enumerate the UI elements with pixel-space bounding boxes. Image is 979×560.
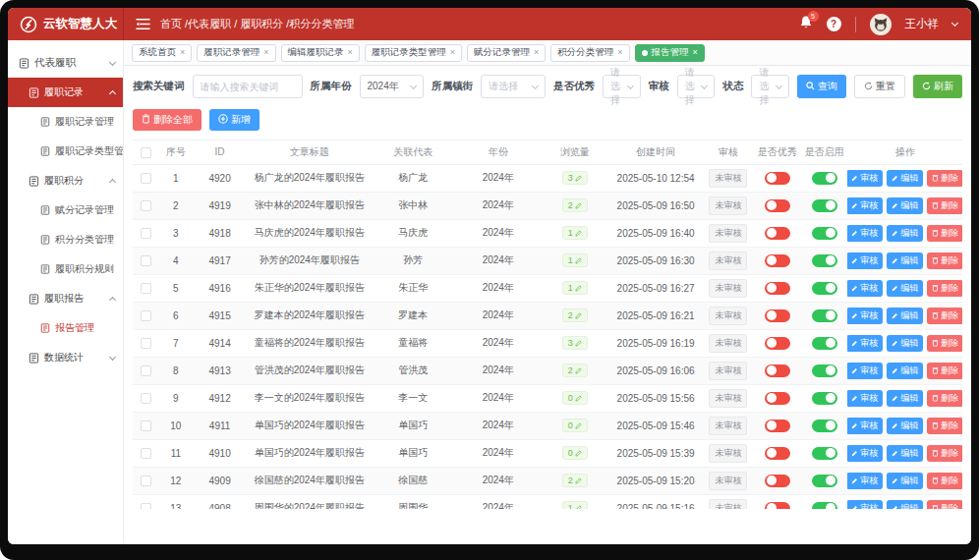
excellent-toggle[interactable] [765,199,790,212]
edit-button[interactable]: 编辑 [887,473,923,489]
enabled-toggle[interactable] [812,254,837,267]
views-badge[interactable]: 2 [562,474,588,487]
views-badge[interactable]: 2 [562,364,588,377]
edit-button[interactable]: 编辑 [887,418,923,434]
year-select[interactable]: 2024年 [360,75,425,98]
excellent-toggle[interactable] [765,254,790,267]
review-button[interactable]: 审核 [847,197,883,214]
views-badge[interactable]: 0 [562,391,588,405]
excellent-toggle[interactable] [765,364,790,377]
delete-button[interactable]: 删除 [927,225,962,242]
review-button[interactable]: 审核 [847,308,883,324]
excellent-toggle[interactable] [765,227,790,240]
row-checkbox[interactable] [141,503,151,509]
audit-select[interactable]: 请选择 [677,75,716,98]
sidebar-collapse-icon[interactable] [136,18,150,30]
edit-button[interactable]: 编辑 [887,197,923,214]
delete-button[interactable]: 删除 [927,197,962,214]
review-button[interactable]: 审核 [847,500,883,510]
tab-system-home[interactable]: 系统首页× [132,44,192,62]
tab-close-icon[interactable]: × [348,48,353,57]
enabled-toggle[interactable] [812,282,837,295]
row-checkbox[interactable] [141,255,151,266]
row-checkbox[interactable] [141,283,151,294]
review-button[interactable]: 审核 [847,280,883,297]
row-checkbox[interactable] [141,173,151,184]
edit-button[interactable]: 编辑 [887,445,923,462]
row-checkbox[interactable] [141,338,151,349]
notifications-button[interactable]: 5 [799,15,813,33]
excellent-toggle[interactable] [765,392,790,405]
review-button[interactable]: 审核 [847,473,883,489]
street-select[interactable]: 请选择 [481,75,546,98]
edit-button[interactable]: 编辑 [887,335,923,352]
review-button[interactable]: 审核 [847,363,883,379]
edit-button[interactable]: 编辑 [887,363,923,379]
sidebar-item-shuju-tongji[interactable]: 数据统计 [8,343,123,372]
row-checkbox[interactable] [141,448,151,459]
reset-button[interactable]: 重置 [854,75,905,98]
tab-close-icon[interactable]: × [693,48,698,57]
row-checkbox[interactable] [141,393,151,404]
status-select[interactable]: 请选择 [751,75,789,98]
enabled-toggle[interactable] [812,392,837,405]
excellent-select[interactable]: 请选择 [603,75,641,98]
enabled-toggle[interactable] [812,420,837,432]
delete-button[interactable]: 删除 [927,390,962,407]
sidebar-item-lvzhi-jilu-guanli[interactable]: 履职记录管理 [8,107,123,137]
edit-button[interactable]: 编辑 [887,225,923,242]
sidebar-item-jilu-leixing-guanli[interactable]: 履职记录类型管理 [8,137,123,166]
views-badge[interactable]: 0 [562,446,588,460]
sidebar-item-jifen-guize[interactable]: 履职积分规则 [8,254,123,284]
excellent-toggle[interactable] [765,337,790,350]
tab-record-edit[interactable]: 编辑履职记录× [281,44,360,62]
tab-close-icon[interactable]: × [617,48,622,57]
excellent-toggle[interactable] [765,420,790,432]
excellent-toggle[interactable] [765,502,790,510]
enabled-toggle[interactable] [812,447,837,460]
delete-button[interactable]: 删除 [927,308,962,324]
tab-close-icon[interactable]: × [180,48,185,57]
tab-report-manage[interactable]: 报告管理× [635,44,705,62]
delete-button[interactable]: 删除 [927,418,962,434]
row-checkbox[interactable] [141,310,151,321]
views-badge[interactable]: 1 [562,281,588,295]
user-menu-chevron-icon[interactable] [951,20,958,27]
review-button[interactable]: 审核 [847,418,883,434]
views-badge[interactable]: 0 [562,419,588,432]
help-icon[interactable]: ? [827,17,841,31]
sidebar-item-lvzhi-jilu[interactable]: 履职记录 [8,78,123,107]
delete-button[interactable]: 删除 [927,170,962,187]
delete-button[interactable]: 删除 [927,445,962,462]
sidebar-item-jifen-fenlei-guanli[interactable]: 积分分类管理 [8,225,123,254]
enabled-toggle[interactable] [812,309,837,322]
edit-button[interactable]: 编辑 [887,252,923,269]
sidebar-item-lvzhi-baogao[interactable]: 履职报告 [8,284,123,313]
tab-close-icon[interactable]: × [534,48,539,57]
excellent-toggle[interactable] [765,172,790,185]
views-badge[interactable]: 1 [562,226,588,240]
avatar[interactable] [870,14,892,35]
tab-score-record-manage[interactable]: 赋分记录管理× [467,44,546,62]
enabled-toggle[interactable] [812,172,837,185]
refresh-button[interactable]: 刷新 [913,75,962,98]
search-button[interactable]: 查询 [797,75,846,98]
sidebar-item-daibiao-lvzhi[interactable]: 代表履职 [8,48,123,78]
review-button[interactable]: 审核 [847,335,883,352]
enabled-toggle[interactable] [812,475,837,487]
enabled-toggle[interactable] [812,502,837,510]
review-button[interactable]: 审核 [847,225,883,242]
review-button[interactable]: 审核 [847,445,883,462]
enabled-toggle[interactable] [812,199,837,212]
excellent-toggle[interactable] [765,309,790,322]
delete-all-button[interactable]: 删除全部 [133,109,202,131]
views-badge[interactable]: 1 [562,501,588,509]
views-badge[interactable]: 1 [562,253,588,267]
tab-close-icon[interactable]: × [450,48,455,57]
tab-record-type-manage[interactable]: 履职记录类型管理× [365,44,462,62]
delete-button[interactable]: 删除 [927,363,962,379]
edit-button[interactable]: 编辑 [887,308,923,324]
views-badge[interactable]: 3 [562,336,588,350]
row-checkbox[interactable] [141,420,151,431]
delete-button[interactable]: 删除 [927,335,962,352]
